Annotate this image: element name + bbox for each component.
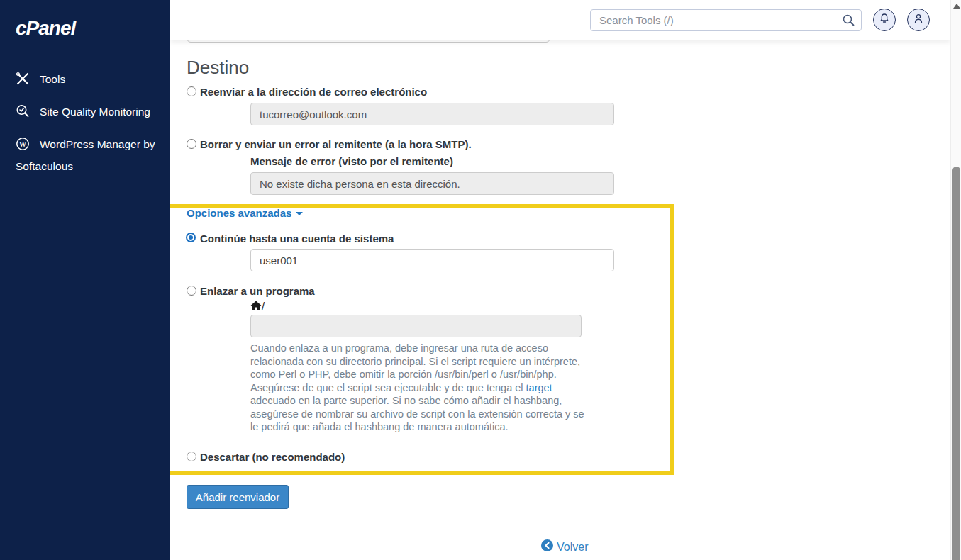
search-input[interactable]: [590, 9, 862, 31]
radio-system-account[interactable]: [186, 233, 196, 242]
page-scrollbar[interactable]: [950, 0, 961, 560]
arrow-circle-left-icon: [541, 539, 553, 554]
highlight-box: [157, 204, 674, 475]
home-path-prefix: /: [250, 300, 265, 312]
section-title: Destino: [187, 57, 249, 79]
cpanel-logo[interactable]: cPanel: [16, 17, 170, 40]
search-box: [590, 9, 862, 31]
main-content: Destino Reenviar a la dirección de corre…: [170, 0, 950, 560]
notifications-button[interactable]: [873, 9, 896, 31]
wordpress-icon: W: [16, 136, 33, 150]
search-icon[interactable]: [843, 14, 855, 26]
sidebar-item-label: Tools: [40, 73, 65, 85]
radio-forward-email[interactable]: [187, 86, 196, 96]
svg-text:W: W: [19, 140, 26, 148]
tools-icon: [16, 71, 33, 85]
advanced-options-toggle[interactable]: Opciones avanzadas: [187, 207, 303, 219]
sidebar-item-label: Site Quality Monitoring: [40, 106, 150, 118]
top-header: [170, 0, 950, 40]
scroll-up-arrow-icon[interactable]: [953, 4, 960, 9]
forward-email-input[interactable]: [250, 103, 614, 125]
sidebar-item-wordpress-manager[interactable]: W WordPress Manager by Softaculous: [0, 133, 170, 177]
caret-down-icon: [296, 212, 303, 215]
radio-forward-email-label: Reenviar a la dirección de correo electr…: [200, 86, 427, 98]
user-icon: [913, 13, 924, 27]
radio-discard-label: Descartar (no recomendado): [200, 451, 345, 463]
radio-pipe-program[interactable]: [187, 286, 196, 296]
site-quality-monitoring-icon: [16, 103, 33, 118]
bell-icon: [879, 13, 890, 27]
home-icon: [250, 301, 262, 311]
sidebar-item-label: WordPress Manager by Softaculous: [16, 138, 155, 172]
error-message-input[interactable]: [250, 172, 614, 195]
pipe-program-help-text: Cuando enlaza a un programa, debe ingres…: [250, 342, 587, 434]
sidebar: cPanel Tools Site Quality Monitoring: [0, 0, 170, 560]
account-button[interactable]: [907, 9, 930, 31]
radio-discard[interactable]: [187, 452, 196, 461]
radio-pipe-program-label: Enlazar a un programa: [200, 285, 315, 297]
back-link[interactable]: Volver: [541, 539, 588, 554]
radio-bounce-error[interactable]: [187, 139, 196, 149]
sidebar-nav: Tools Site Quality Monitoring W WordPres…: [0, 68, 170, 177]
add-forwarder-button[interactable]: Añadir reenviador: [187, 485, 289, 509]
radio-bounce-error-label: Borrar y enviar un error al remitente (a…: [200, 138, 472, 150]
sidebar-item-tools[interactable]: Tools: [0, 68, 170, 90]
pipe-program-input[interactable]: [250, 315, 582, 337]
sidebar-item-site-quality-monitoring[interactable]: Site Quality Monitoring: [0, 101, 170, 123]
target-link[interactable]: target: [526, 382, 552, 393]
system-account-input[interactable]: [250, 249, 614, 271]
scrollbar-thumb[interactable]: [952, 167, 960, 560]
radio-system-account-label: Continúe hasta una cuenta de sistema: [200, 233, 394, 245]
error-message-label: Mensaje de error (visto por el remitente…: [250, 155, 453, 167]
